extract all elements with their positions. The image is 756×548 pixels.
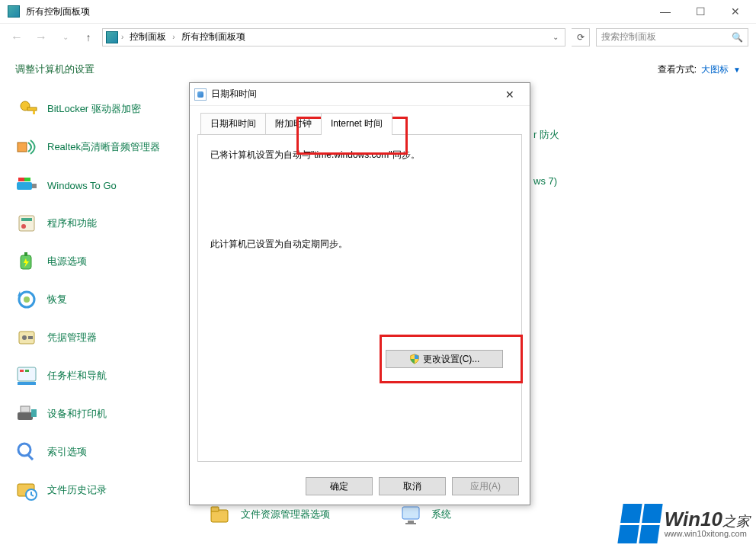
svg-rect-9 (21, 218, 32, 221)
wintogo-icon (14, 172, 40, 198)
item-power[interactable]: 电源选项 (11, 242, 204, 280)
programs-icon (14, 210, 40, 236)
svg-rect-33 (405, 523, 416, 524)
window-minimize-button[interactable]: — (648, 0, 683, 23)
breadcrumb-1[interactable]: 控制面板 (127, 30, 169, 43)
svg-rect-12 (24, 252, 27, 256)
item-label: 索引选项 (47, 445, 87, 459)
breadcrumb-sep: › (172, 33, 175, 41)
svg-rect-32 (408, 521, 414, 523)
item-label: 文件资源管理器选项 (241, 508, 330, 521)
item-credentials[interactable]: 凭据管理器 (11, 319, 204, 357)
header-row: 调整计算机的设置 查看方式: 大图标 ▼ (0, 50, 756, 84)
watermark-text: Win10之家 (665, 508, 750, 530)
power-icon (14, 248, 40, 274)
credentials-icon (14, 325, 40, 351)
item-devices-printers[interactable]: 设备和打印机 (11, 395, 204, 433)
item-label: Windows To Go (47, 180, 117, 191)
svg-rect-31 (402, 507, 419, 519)
item-recovery[interactable]: 恢复 (11, 280, 204, 319)
refresh-button[interactable]: ⟳ (572, 28, 590, 46)
watermark-url: www.win10xitong.com (665, 529, 750, 538)
sync-schedule-text: 此计算机已设置为自动定期同步。 (210, 238, 509, 251)
folder-options-icon (207, 502, 233, 527)
uac-shield-icon (409, 354, 420, 364)
item-label: 程序和功能 (47, 216, 97, 230)
item-realtek[interactable]: Realtek高清晰音频管理器 (11, 128, 204, 166)
apply-button[interactable]: 应用(A) (452, 477, 519, 495)
item-label: BitLocker 驱动器加密 (47, 102, 141, 116)
recovery-icon (14, 287, 40, 312)
indexing-icon (14, 439, 40, 465)
tab-datetime[interactable]: 日期和时间 (200, 113, 266, 135)
breadcrumb-2[interactable]: 所有控制面板项 (178, 30, 248, 43)
svg-rect-2 (33, 111, 35, 114)
svg-rect-23 (21, 406, 30, 412)
sync-status-text: 已将计算机设置为自动与"time.windows.com"同步。 (210, 149, 509, 162)
svg-rect-6 (18, 178, 24, 181)
windows-logo-icon (617, 504, 662, 543)
window-titlebar: 所有控制面板项 — ☐ ✕ (0, 0, 756, 23)
change-settings-button[interactable]: 更改设置(C)... (386, 350, 503, 368)
search-icon: 🔍 (732, 32, 743, 43)
item-programs[interactable]: 程序和功能 (11, 204, 204, 242)
tab-additional-clocks[interactable]: 附加时钟 (265, 113, 322, 135)
svg-point-14 (24, 296, 30, 303)
svg-point-16 (22, 335, 27, 340)
partial-item-firewall[interactable]: r 防火 (533, 128, 559, 142)
dialog-tabs: 日期和时间 附加时钟 Internet 时间 (197, 112, 522, 134)
taskbar-icon (14, 363, 40, 389)
item-bitlocker[interactable]: BitLocker 驱动器加密 (11, 90, 204, 128)
search-input[interactable]: 搜索控制面板 🔍 (596, 28, 748, 46)
nav-forward-button[interactable]: → (32, 28, 50, 46)
svg-rect-3 (18, 143, 27, 152)
item-label: Realtek高清晰音频管理器 (47, 140, 160, 154)
item-wintogo[interactable]: Windows To Go (11, 166, 204, 204)
cancel-button[interactable]: 取消 (379, 477, 446, 495)
window-title: 所有控制面板项 (24, 5, 648, 18)
address-bar[interactable]: › 控制面板 › 所有控制面板项 ⌄ (102, 28, 565, 46)
datetime-dialog: 日期和时间 ✕ 日期和时间 附加时钟 Internet 时间 已将计算机设置为自… (189, 82, 530, 505)
system-icon (398, 502, 424, 527)
nav-recent-dropdown[interactable]: ⌄ (56, 28, 75, 46)
dialog-title: 日期和时间 (211, 88, 495, 101)
watermark: Win10之家 www.win10xitong.com (620, 504, 750, 543)
partial-item-windows7[interactable]: ws 7) (533, 175, 557, 187)
item-indexing[interactable]: 索引选项 (11, 433, 204, 471)
svg-rect-7 (24, 178, 30, 181)
tab-panel-internet-time: 已将计算机设置为自动与"time.windows.com"同步。 此计算机已设置… (197, 134, 522, 462)
change-settings-label: 更改设置(C)... (423, 353, 480, 366)
dialog-button-row: 确定 取消 应用(A) (190, 469, 530, 505)
address-dropdown-icon[interactable]: ⌄ (549, 33, 562, 41)
page-heading: 调整计算机的设置 (15, 62, 94, 76)
item-label: 电源选项 (47, 255, 87, 268)
dialog-titlebar[interactable]: 日期和时间 ✕ (190, 83, 530, 106)
address-icon (106, 31, 118, 43)
item-label: 凭据管理器 (47, 331, 97, 345)
item-label: 任务栏和导航 (47, 369, 107, 383)
item-label: 恢复 (47, 293, 67, 306)
ok-button[interactable]: 确定 (306, 477, 373, 495)
view-label: 查看方式: (658, 63, 697, 76)
svg-rect-30 (211, 507, 219, 511)
window-close-button[interactable]: ✕ (718, 0, 753, 23)
realtek-icon (14, 134, 40, 160)
window-maximize-button[interactable]: ☐ (683, 0, 718, 23)
svg-point-10 (21, 224, 26, 229)
dialog-close-button[interactable]: ✕ (495, 85, 525, 104)
bitlocker-icon (14, 96, 40, 122)
svg-rect-4 (17, 182, 32, 190)
svg-rect-1 (27, 107, 37, 111)
nav-up-button[interactable]: ↑ (81, 30, 96, 45)
tab-internet-time[interactable]: Internet 时间 (321, 113, 392, 135)
svg-rect-17 (28, 336, 33, 339)
view-mode-dropdown[interactable]: 大图标 (701, 63, 729, 76)
nav-bar: ← → ⌄ ↑ › 控制面板 › 所有控制面板项 ⌄ ⟳ 搜索控制面板 🔍 (0, 23, 756, 50)
svg-rect-19 (18, 382, 36, 385)
svg-rect-20 (20, 370, 24, 372)
svg-rect-22 (18, 412, 33, 420)
svg-rect-5 (32, 184, 37, 188)
item-label: 系统 (431, 508, 451, 521)
item-taskbar[interactable]: 任务栏和导航 (11, 357, 204, 395)
nav-back-button[interactable]: ← (8, 28, 26, 46)
